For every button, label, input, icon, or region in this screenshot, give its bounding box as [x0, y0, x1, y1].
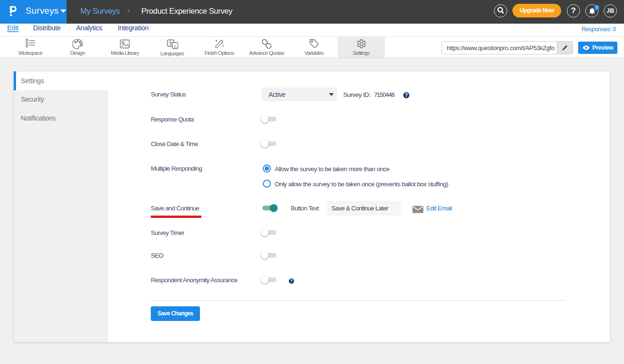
svg-text:文: 文	[168, 41, 173, 46]
svg-text:A: A	[173, 44, 176, 49]
